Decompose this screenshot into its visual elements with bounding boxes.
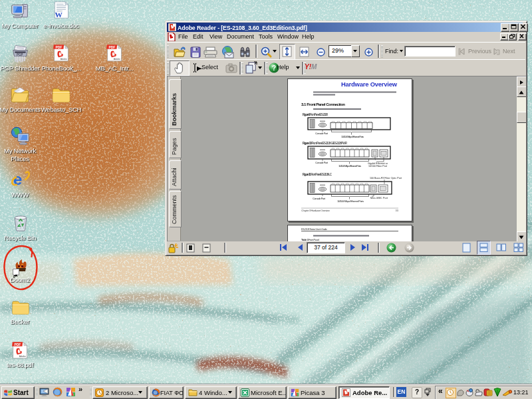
svg-text:10/100 Mbps Ethernet Ports: 10/100 Mbps Ethernet Ports	[337, 200, 364, 203]
svg-text:ES-2108 Series User’s Guide: ES-2108 Series User’s Guide	[301, 227, 328, 231]
svg-text:10/100 Mbps Ethernet Ports: 10/100 Mbps Ethernet Ports	[338, 164, 361, 168]
svg-text:?: ?	[272, 65, 276, 72]
svg-text:Console Port: Console Port	[315, 161, 329, 164]
svg-text:3.1 Front Panel Connection: 3.1 Front Panel Connection	[301, 102, 345, 106]
svg-text:Figure 9 Front Panel: ES-210: Figure 9 Front Panel: ES-2108	[303, 113, 328, 116]
svg-text:100 Base-FX Fiber Optic Port: 100 Base-FX Fiber Optic Port	[370, 177, 402, 180]
svg-text:Mini-GBIC Port: Mini-GBIC Port	[370, 197, 388, 200]
svg-text:10/100 Fiber Port: 10/100 Fiber Port	[368, 165, 387, 168]
svg-text:PGP: PGP	[17, 53, 23, 57]
svg-text:33: 33	[396, 209, 399, 212]
svg-text:Figure 10 Front Panel: ES-21: Figure 10 Front Panel: ES-2108-G/ES-2108…	[303, 142, 348, 145]
svg-text:Chapter 3 Hardware Overview: Chapter 3 Hardware Overview	[301, 209, 330, 212]
svg-text:W: W	[55, 11, 63, 19]
svg-text:Console Port: Console Port	[315, 132, 329, 135]
svg-text:Hardware Overview: Hardware Overview	[341, 80, 398, 88]
svg-text:Figure 11 Front Panel: ES-21: Figure 11 Front Panel: ES-2108-LC	[303, 173, 332, 176]
svg-text:Console Port: Console Port	[313, 197, 326, 200]
svg-text:10/100 Mbps Ethernet Ports: 10/100 Mbps Ethernet Ports	[341, 135, 364, 138]
